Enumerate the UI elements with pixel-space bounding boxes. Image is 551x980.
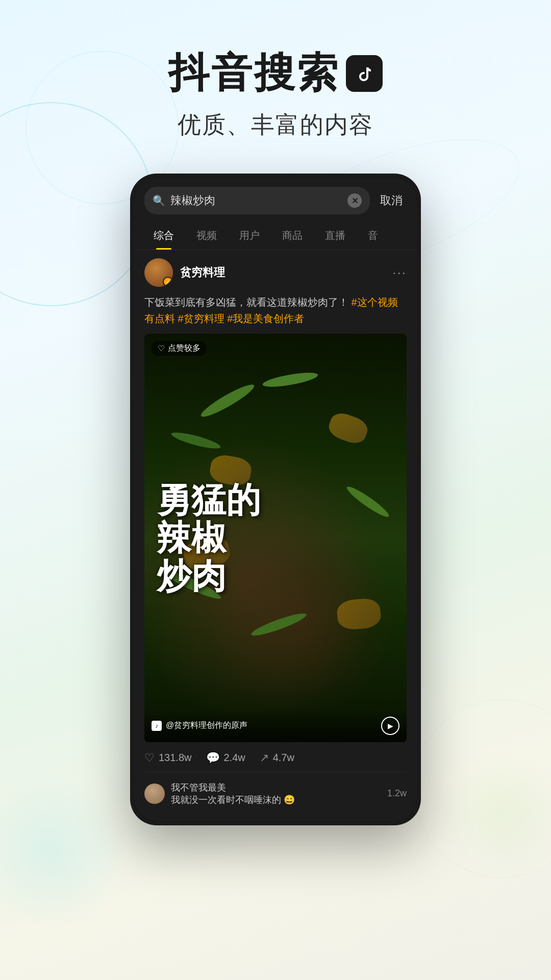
- verified-badge-icon: ✓: [163, 277, 173, 287]
- tab-live[interactable]: 直播: [314, 222, 357, 250]
- shares-count: 4.7w: [273, 752, 294, 764]
- stat-likes[interactable]: ♡ 131.8w: [144, 751, 192, 765]
- heart-stat-icon: ♡: [144, 751, 155, 765]
- search-query: 辣椒炒肉: [170, 193, 342, 208]
- app-subtitle: 优质、丰富的内容: [0, 109, 551, 141]
- video-title-text: 勇猛的辣椒炒肉: [157, 481, 261, 595]
- check-icon: ✓: [166, 279, 170, 285]
- user-name[interactable]: 贫穷料理: [180, 265, 225, 280]
- search-clear-button[interactable]: ✕: [347, 193, 362, 208]
- search-bar: 🔍 辣椒炒肉 ✕ 取消: [134, 178, 417, 222]
- comments-count: 2.4w: [224, 752, 245, 764]
- tab-comprehensive[interactable]: 综合: [142, 222, 185, 250]
- search-cancel-button[interactable]: 取消: [376, 193, 407, 208]
- like-badge-text: 点赞较多: [168, 343, 201, 354]
- share-stat-icon: ↗: [260, 751, 269, 765]
- like-badge: ♡ 点赞较多: [152, 341, 207, 356]
- stats-row: ♡ 131.8w 💬 2.4w ↗ 4.7w: [144, 749, 407, 772]
- app-title-text: 抖音搜索: [168, 46, 340, 101]
- video-bottom-bar: ♪ @贫穷料理创作的原声 ▶: [144, 708, 407, 742]
- phone-screen: 🔍 辣椒炒肉 ✕ 取消 综合 视频 用户 商品: [134, 178, 417, 821]
- tab-user[interactable]: 用户: [228, 222, 271, 250]
- phone-mockup: 🔍 辣椒炒肉 ✕ 取消 综合 视频 用户 商品: [130, 174, 421, 825]
- app-title: 抖音搜索: [0, 46, 551, 101]
- heart-icon: ♡: [158, 344, 165, 353]
- comment-like-count: 1.2w: [387, 788, 407, 799]
- tab-product[interactable]: 商品: [271, 222, 314, 250]
- search-tabs: 综合 视频 用户 商品 直播 音: [134, 222, 417, 250]
- commenter-avatar: [144, 783, 165, 804]
- more-options-button[interactable]: ···: [392, 265, 407, 281]
- phone-frame: 🔍 辣椒炒肉 ✕ 取消 综合 视频 用户 商品: [130, 174, 421, 825]
- comment-content: 我就没一次看时不咽唾沫的 😄: [171, 794, 295, 806]
- audio-info[interactable]: ♪ @贫穷料理创作的原声: [152, 720, 247, 731]
- play-button[interactable]: ▶: [381, 717, 399, 735]
- stat-shares[interactable]: ↗ 4.7w: [260, 751, 294, 765]
- comment-text: 我就没一次看时不咽唾沫的 😄: [171, 795, 295, 805]
- likes-count: 131.8w: [159, 752, 192, 764]
- tiktok-logo-icon: [346, 55, 383, 92]
- header: 抖音搜索 优质、丰富的内容: [0, 0, 551, 161]
- post-text: 下饭菜到底有多凶猛，就看这道辣椒炒肉了！ #这个视频有点料 #贫穷料理 #我是美…: [144, 294, 407, 327]
- tab-audio[interactable]: 音: [357, 222, 389, 250]
- comment-item[interactable]: 我不管我最美 我就没一次看时不咽唾沫的 😄 1.2w: [144, 778, 407, 809]
- post-user-card: ✓ 贫穷料理 ···: [144, 258, 407, 287]
- audio-text: @贫穷料理创作的原声: [166, 720, 247, 731]
- search-icon: 🔍: [153, 194, 165, 207]
- user-avatar[interactable]: ✓: [144, 258, 173, 287]
- search-input-area[interactable]: 🔍 辣椒炒肉 ✕: [144, 187, 370, 214]
- tiktok-small-icon: ♪: [152, 721, 162, 731]
- stat-comments[interactable]: 💬 2.4w: [206, 751, 245, 765]
- comment-stat-icon: 💬: [206, 751, 220, 765]
- commenter-name: 我不管我最美: [171, 781, 295, 794]
- commenter-name-text: 我不管我最美: [171, 782, 226, 793]
- light-blob-1: [0, 776, 128, 929]
- post-text-normal: 下饭菜到底有多凶猛，就看这道辣椒炒肉了！: [144, 297, 348, 308]
- comment-preview: 我不管我最美 我就没一次看时不咽唾沫的 😄 1.2w: [144, 772, 407, 813]
- tab-video[interactable]: 视频: [185, 222, 228, 250]
- video-thumbnail[interactable]: ♡ 点赞较多 勇猛的辣椒炒肉 ♪ @贫穷料理创作的原声: [144, 334, 407, 742]
- content-area: ✓ 贫穷料理 ··· 下饭菜到底有多凶猛，就看这道辣椒炒肉了！ #这个视频有点料…: [134, 250, 417, 821]
- video-text-overlay: 勇猛的辣椒炒肉: [144, 334, 407, 742]
